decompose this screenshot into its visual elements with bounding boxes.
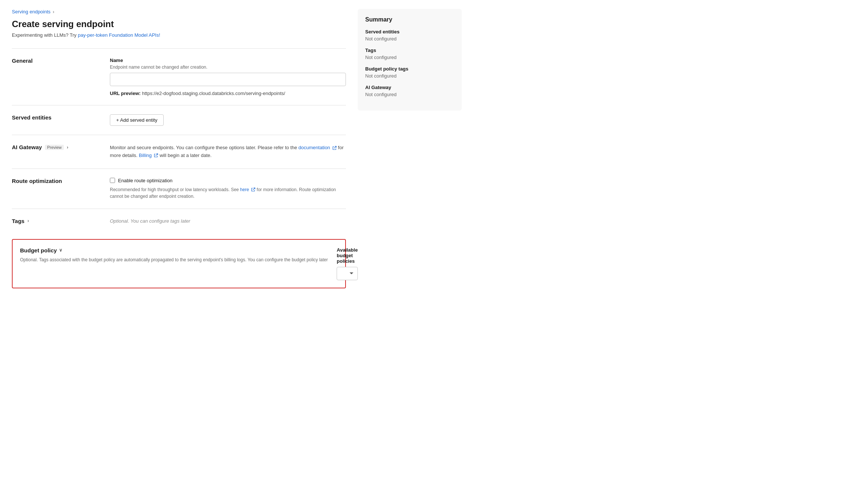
summary-tags: Tags Not configured: [365, 48, 454, 60]
available-policies-label: Available budget policies: [337, 247, 358, 264]
summary-served-entities-value: Not configured: [365, 36, 454, 42]
url-preview: URL preview: https://e2-dogfood.staging.…: [110, 91, 346, 96]
served-entities-content: + Add served entity: [110, 114, 346, 126]
ai-gateway-chevron[interactable]: ›: [67, 145, 68, 150]
billing-external-icon: [154, 153, 158, 158]
foundation-model-link[interactable]: pay-per-token Foundation Model APIs!: [78, 32, 160, 38]
preview-badge: Preview: [45, 145, 64, 150]
route-optimization-section: Route optimization Enable route optimiza…: [12, 168, 346, 209]
budget-policy-section: Budget policy ∨ Optional. Tags associate…: [12, 239, 346, 288]
doc-external-icon: [332, 146, 337, 150]
breadcrumb-link[interactable]: Serving endpoints: [12, 9, 50, 14]
summary-served-entities: Served entities Not configured: [365, 29, 454, 42]
tags-section: Tags › Optional. You can configure tags …: [12, 209, 346, 233]
billing-link[interactable]: Billing: [139, 153, 152, 158]
route-optimization-checkbox-label: Enable route optimization: [118, 178, 173, 183]
page-title: Create serving endpoint: [12, 19, 346, 29]
served-entities-section: Served entities + Add served entity: [12, 105, 346, 135]
name-input[interactable]: [110, 73, 346, 86]
summary-ai-gateway-value: Not configured: [365, 92, 454, 97]
tags-label: Tags ›: [12, 218, 101, 224]
breadcrumb: Serving endpoints ›: [12, 9, 346, 14]
route-optimization-label: Route optimization: [12, 178, 101, 184]
sidebar: Summary Served entities Not configured T…: [358, 9, 462, 495]
served-entities-label: Served entities: [12, 114, 101, 121]
budget-policy-select[interactable]: [337, 267, 358, 280]
budget-policy-description: Optional. Tags associated with the budge…: [20, 256, 328, 263]
tags-chevron[interactable]: ›: [27, 218, 29, 223]
documentation-link[interactable]: documentation: [298, 145, 330, 150]
name-field-hint: Endpoint name cannot be changed after cr…: [110, 65, 346, 70]
tags-hint: Optional. You can configure tags later: [110, 218, 190, 224]
budget-policy-label: Budget policy ∨: [20, 247, 328, 253]
name-field-label: Name: [110, 58, 346, 63]
breadcrumb-separator: ›: [53, 9, 54, 14]
summary-budget-policy-tags-value: Not configured: [365, 73, 454, 79]
general-content: Name Endpoint name cannot be changed aft…: [110, 58, 346, 96]
add-served-entity-button[interactable]: + Add served entity: [110, 114, 164, 126]
summary-title: Summary: [365, 16, 454, 23]
ai-gateway-label: AI Gateway Preview ›: [12, 144, 101, 150]
budget-policy-chevron[interactable]: ∨: [59, 248, 62, 253]
summary-served-entities-label: Served entities: [365, 29, 454, 35]
summary-ai-gateway-label: AI Gateway: [365, 85, 454, 90]
budget-policy-left: Budget policy ∨ Optional. Tags associate…: [20, 247, 328, 280]
budget-policy-wrapper: Budget policy ∨ Optional. Tags associate…: [12, 239, 346, 288]
summary-tags-label: Tags: [365, 48, 454, 53]
here-external-icon: [251, 187, 255, 192]
summary-ai-gateway: AI Gateway Not configured: [365, 85, 454, 97]
route-optimization-content: Enable route optimization Recommended fo…: [110, 178, 346, 200]
ai-gateway-content: Monitor and secure endpoints. You can co…: [110, 144, 346, 160]
budget-policy-content: Available budget policies: [337, 247, 358, 280]
route-optimization-hint: Recommended for high throughput or low l…: [110, 186, 346, 200]
summary-tags-value: Not configured: [365, 55, 454, 60]
summary-budget-policy-tags: Budget policy tags Not configured: [365, 66, 454, 79]
summary-budget-policy-tags-label: Budget policy tags: [365, 66, 454, 72]
page-subtitle: Experimenting with LLMs? Try pay-per-tok…: [12, 32, 346, 38]
ai-gateway-section: AI Gateway Preview › Monitor and secure …: [12, 135, 346, 168]
summary-panel: Summary Served entities Not configured T…: [358, 9, 462, 111]
tags-content: Optional. You can configure tags later: [110, 218, 346, 224]
general-section: General Name Endpoint name cannot be cha…: [12, 48, 346, 105]
here-link[interactable]: here: [240, 187, 249, 192]
route-optimization-checkbox[interactable]: [110, 178, 115, 183]
general-label: General: [12, 58, 101, 64]
